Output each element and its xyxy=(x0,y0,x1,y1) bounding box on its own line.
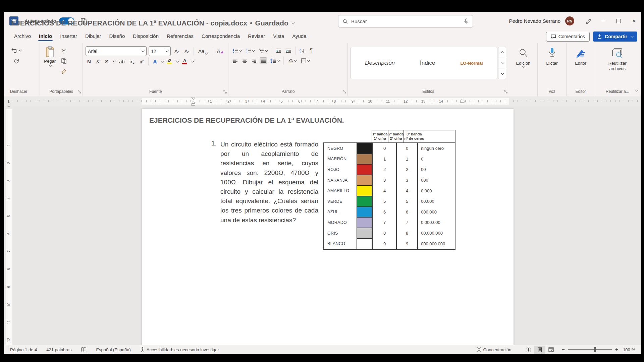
dialog-launcher-icon[interactable] xyxy=(343,90,346,94)
line-spacing-button[interactable] xyxy=(269,58,280,64)
minimize-button[interactable] xyxy=(596,12,611,30)
web-layout-button[interactable] xyxy=(545,346,557,354)
user-name[interactable]: Pedro Nevado Serrano xyxy=(509,18,560,24)
indent-marker[interactable] xyxy=(191,97,196,106)
ribbon-tab[interactable]: Referencias xyxy=(163,31,198,42)
zeros-cell: 0.000 xyxy=(417,185,455,196)
zoom-slider[interactable] xyxy=(568,349,612,350)
bullets-button[interactable] xyxy=(232,47,243,54)
ribbon-tab[interactable]: Inicio xyxy=(35,31,56,42)
print-layout-button[interactable] xyxy=(534,346,545,354)
font-color-button[interactable]: A xyxy=(181,58,189,65)
color-swatch xyxy=(357,196,372,207)
language-indicator[interactable]: Español (España) xyxy=(96,347,130,352)
text-effects-button[interactable]: A xyxy=(151,58,158,65)
undo-group: Deshacer xyxy=(5,43,40,96)
read-mode-button[interactable] xyxy=(523,346,534,354)
horizontal-ruler[interactable]: L 1234567891011121314 xyxy=(4,96,641,106)
zoom-level[interactable]: 100 % xyxy=(623,347,635,352)
strikethrough-button[interactable]: ab xyxy=(117,58,126,65)
zoom-out-button[interactable]: − xyxy=(561,347,565,352)
vertical-ruler[interactable]: 123456789101112 xyxy=(4,106,13,345)
ribbon-tab[interactable]: Vista xyxy=(269,31,288,42)
proofing-icon[interactable] xyxy=(81,347,87,352)
underline-button[interactable]: S xyxy=(103,58,110,65)
increase-indent-button[interactable] xyxy=(285,47,292,54)
dialog-launcher-icon[interactable] xyxy=(78,90,81,94)
tab-selector[interactable]: L xyxy=(5,98,13,105)
shrink-font-button[interactable]: Aˇ xyxy=(183,48,191,55)
align-left-button[interactable] xyxy=(232,58,239,64)
collapse-ribbon-button[interactable] xyxy=(635,87,638,93)
font-size-select[interactable]: 12 xyxy=(149,46,171,56)
microphone-icon[interactable] xyxy=(464,18,469,24)
format-painter-button[interactable] xyxy=(60,68,68,75)
page-indicator[interactable]: Página 1 de 4 xyxy=(10,347,37,352)
right-indent-marker[interactable] xyxy=(460,99,465,103)
borders-button[interactable] xyxy=(300,57,311,64)
document-title-text[interactable]: EJERCICIOS DE RECUPERACIÓN DE LA 1ª EVAL… xyxy=(11,19,247,27)
multilevel-list-button[interactable] xyxy=(258,47,269,54)
align-center-button[interactable] xyxy=(241,58,248,64)
clear-formatting-button[interactable]: A xyxy=(215,48,225,55)
accessibility-status[interactable]: Accesibilidad: es necesario investigar xyxy=(140,347,219,352)
dialog-launcher-icon[interactable] xyxy=(504,90,507,94)
zoom-in-button[interactable]: + xyxy=(615,347,618,352)
avatar[interactable]: PN xyxy=(565,16,574,25)
redo-button[interactable] xyxy=(10,58,23,65)
saved-status[interactable]: Guardado xyxy=(255,19,288,27)
ribbon-tab[interactable]: Ayuda xyxy=(288,31,310,42)
find-button[interactable] xyxy=(517,47,530,59)
numbering-button[interactable]: 123 xyxy=(245,47,256,54)
styles-scroll-up[interactable] xyxy=(498,47,506,58)
ribbon-tab[interactable]: Revisar xyxy=(244,31,269,42)
cut-button[interactable]: ✂ xyxy=(60,47,68,54)
style-entry[interactable]: LO-Normal xyxy=(460,61,483,66)
ribbon-tab[interactable]: Dibujar xyxy=(81,31,105,42)
sort-button[interactable]: AZ xyxy=(299,47,306,54)
ribbon-tab[interactable]: Diseño xyxy=(105,31,129,42)
shading-button[interactable] xyxy=(287,57,298,64)
document-page[interactable]: EJERCICIOS DE RECUPERACIÓN DE LA 1ª EVAL… xyxy=(142,109,514,345)
reuse-files-button[interactable] xyxy=(610,47,625,59)
copy-button[interactable] xyxy=(60,57,68,65)
highlight-button[interactable] xyxy=(166,58,173,64)
grow-font-button[interactable]: Aˆ xyxy=(173,48,181,55)
subscript-button[interactable]: x₂ xyxy=(128,58,136,65)
style-entry[interactable]: Descripción xyxy=(365,60,395,66)
maximize-button[interactable] xyxy=(611,12,626,30)
editor-label: Editor xyxy=(575,61,586,66)
paste-button[interactable]: Pegar xyxy=(41,46,58,75)
ribbon-tab[interactable]: Insertar xyxy=(56,31,81,42)
styles-scroll-down[interactable] xyxy=(498,58,506,69)
pilcrow-button[interactable]: ¶ xyxy=(309,47,314,54)
comments-button[interactable]: Comentarios xyxy=(546,32,590,42)
undo-button[interactable] xyxy=(10,47,23,54)
dialog-launcher-icon[interactable] xyxy=(223,90,227,94)
chevron-down-icon xyxy=(113,59,116,63)
justify-button[interactable] xyxy=(260,58,267,64)
focus-mode-button[interactable]: Concentración xyxy=(477,347,512,352)
zoom-slider-thumb[interactable] xyxy=(594,347,596,352)
close-button[interactable]: × xyxy=(626,12,641,30)
chevron-down-icon xyxy=(49,63,52,67)
change-case-button[interactable]: Aa xyxy=(197,48,209,55)
align-right-button[interactable] xyxy=(251,58,258,64)
styles-more-button[interactable] xyxy=(498,68,506,79)
italic-button[interactable]: K xyxy=(95,58,101,65)
bold-button[interactable]: N xyxy=(86,58,93,65)
table-header-cell: 2ª banda2ª cifra xyxy=(388,130,404,142)
editor-button[interactable] xyxy=(574,47,587,59)
ribbon-tab[interactable]: Correspondencia xyxy=(198,31,244,42)
word-count[interactable]: 421 palabras xyxy=(46,347,71,352)
decrease-indent-button[interactable] xyxy=(275,47,282,54)
search-input[interactable]: Buscar xyxy=(338,15,473,27)
dictate-button[interactable] xyxy=(547,46,557,59)
ribbon-tab[interactable]: Disposición xyxy=(129,31,163,42)
superscript-button[interactable]: x² xyxy=(138,58,146,65)
ink-pen-icon[interactable] xyxy=(581,12,596,30)
style-entry[interactable]: Índice xyxy=(420,60,435,66)
ribbon-tab[interactable]: Archivo xyxy=(10,31,35,42)
font-name-select[interactable]: Arial xyxy=(86,46,147,56)
share-button[interactable]: Compartir xyxy=(593,32,637,42)
